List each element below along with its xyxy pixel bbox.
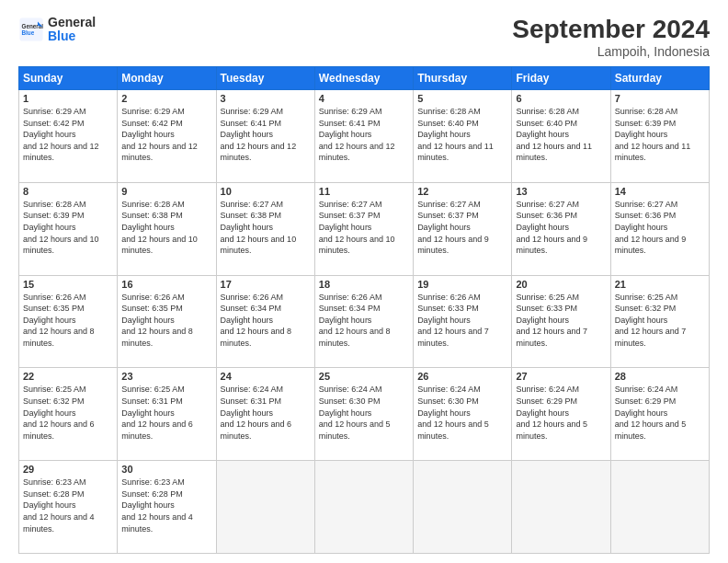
table-row: 1Sunrise: 6:29 AMSunset: 6:42 PMDaylight…: [19, 90, 118, 183]
table-row: 9Sunrise: 6:28 AMSunset: 6:38 PMDaylight…: [118, 182, 216, 275]
day-number: 26: [417, 371, 507, 382]
table-row: 26Sunrise: 6:24 AMSunset: 6:30 PMDayligh…: [414, 368, 512, 461]
logo: General Blue General Blue: [18, 15, 96, 44]
calendar-row: 22Sunrise: 6:25 AMSunset: 6:32 PMDayligh…: [19, 368, 710, 461]
day-info: Sunrise: 6:29 AMSunset: 6:41 PMDaylight …: [319, 106, 409, 164]
day-info: Sunrise: 6:29 AMSunset: 6:42 PMDaylight …: [121, 106, 211, 164]
day-number: 17: [221, 279, 311, 290]
table-row: 18Sunrise: 6:26 AMSunset: 6:34 PMDayligh…: [314, 275, 413, 368]
day-info: Sunrise: 6:29 AMSunset: 6:41 PMDaylight …: [221, 106, 311, 164]
day-number: 16: [121, 279, 211, 290]
day-number: 8: [23, 186, 113, 197]
col-saturday: Saturday: [610, 67, 709, 90]
table-row: 6Sunrise: 6:28 AMSunset: 6:40 PMDaylight…: [512, 90, 610, 183]
table-row: 22Sunrise: 6:25 AMSunset: 6:32 PMDayligh…: [19, 368, 118, 461]
day-number: 22: [23, 371, 113, 382]
day-number: 28: [615, 371, 705, 382]
day-info: Sunrise: 6:28 AMSunset: 6:39 PMDaylight …: [615, 106, 705, 164]
day-info: Sunrise: 6:26 AMSunset: 6:35 PMDaylight …: [121, 292, 211, 350]
day-number: 12: [417, 186, 507, 197]
col-monday: Monday: [118, 67, 216, 90]
logo-blue: Blue: [48, 29, 96, 44]
table-row: [314, 461, 413, 554]
table-row: 5Sunrise: 6:28 AMSunset: 6:40 PMDaylight…: [414, 90, 512, 183]
logo-icon: General Blue: [18, 17, 44, 42]
day-info: Sunrise: 6:27 AMSunset: 6:36 PMDaylight …: [615, 199, 705, 257]
col-friday: Friday: [512, 67, 610, 90]
table-row: 29Sunrise: 6:23 AMSunset: 6:28 PMDayligh…: [19, 461, 118, 554]
header: General Blue General Blue September 2024…: [18, 15, 710, 59]
day-info: Sunrise: 6:24 AMSunset: 6:30 PMDaylight …: [319, 384, 409, 442]
day-number: 21: [615, 279, 705, 290]
table-row: 10Sunrise: 6:27 AMSunset: 6:38 PMDayligh…: [216, 182, 314, 275]
day-info: Sunrise: 6:26 AMSunset: 6:34 PMDaylight …: [221, 292, 311, 350]
table-row: 13Sunrise: 6:27 AMSunset: 6:36 PMDayligh…: [512, 182, 610, 275]
day-number: 18: [319, 279, 409, 290]
col-thursday: Thursday: [414, 67, 512, 90]
day-info: Sunrise: 6:27 AMSunset: 6:38 PMDaylight …: [221, 199, 311, 257]
day-number: 6: [516, 93, 606, 104]
day-number: 19: [417, 279, 507, 290]
day-number: 27: [516, 371, 606, 382]
day-info: Sunrise: 6:28 AMSunset: 6:40 PMDaylight …: [417, 106, 507, 164]
calendar-row: 8Sunrise: 6:28 AMSunset: 6:39 PMDaylight…: [19, 182, 710, 275]
col-tuesday: Tuesday: [216, 67, 314, 90]
table-row: 3Sunrise: 6:29 AMSunset: 6:41 PMDaylight…: [216, 90, 314, 183]
table-row: 30Sunrise: 6:23 AMSunset: 6:28 PMDayligh…: [118, 461, 216, 554]
table-row: 2Sunrise: 6:29 AMSunset: 6:42 PMDaylight…: [118, 90, 216, 183]
day-info: Sunrise: 6:24 AMSunset: 6:29 PMDaylight …: [516, 384, 606, 442]
day-info: Sunrise: 6:24 AMSunset: 6:31 PMDaylight …: [221, 384, 311, 442]
day-info: Sunrise: 6:25 AMSunset: 6:31 PMDaylight …: [121, 384, 211, 442]
day-number: 25: [319, 371, 409, 382]
calendar-header: Sunday Monday Tuesday Wednesday Thursday…: [19, 67, 710, 90]
day-number: 9: [121, 186, 211, 197]
day-info: Sunrise: 6:25 AMSunset: 6:32 PMDaylight …: [23, 384, 113, 442]
table-row: [414, 461, 512, 554]
day-info: Sunrise: 6:26 AMSunset: 6:35 PMDaylight …: [23, 292, 113, 350]
calendar-row: 29Sunrise: 6:23 AMSunset: 6:28 PMDayligh…: [19, 461, 710, 554]
day-info: Sunrise: 6:23 AMSunset: 6:28 PMDaylight …: [121, 477, 211, 534]
table-row: 24Sunrise: 6:24 AMSunset: 6:31 PMDayligh…: [216, 368, 314, 461]
day-number: 5: [417, 93, 507, 104]
day-number: 2: [121, 93, 211, 104]
day-number: 15: [23, 279, 113, 290]
day-info: Sunrise: 6:27 AMSunset: 6:36 PMDaylight …: [516, 199, 606, 257]
calendar-row: 15Sunrise: 6:26 AMSunset: 6:35 PMDayligh…: [19, 275, 710, 368]
col-wednesday: Wednesday: [314, 67, 413, 90]
table-row: 11Sunrise: 6:27 AMSunset: 6:37 PMDayligh…: [314, 182, 413, 275]
title-area: September 2024 Lampoih, Indonesia: [512, 15, 710, 59]
table-row: [216, 461, 314, 554]
table-row: 14Sunrise: 6:27 AMSunset: 6:36 PMDayligh…: [610, 182, 709, 275]
day-number: 14: [615, 186, 705, 197]
day-info: Sunrise: 6:26 AMSunset: 6:34 PMDaylight …: [319, 292, 409, 350]
day-info: Sunrise: 6:25 AMSunset: 6:32 PMDaylight …: [615, 292, 705, 350]
table-row: 19Sunrise: 6:26 AMSunset: 6:33 PMDayligh…: [414, 275, 512, 368]
day-number: 30: [121, 464, 211, 475]
table-row: 23Sunrise: 6:25 AMSunset: 6:31 PMDayligh…: [118, 368, 216, 461]
day-info: Sunrise: 6:27 AMSunset: 6:37 PMDaylight …: [319, 199, 409, 257]
table-row: 28Sunrise: 6:24 AMSunset: 6:29 PMDayligh…: [610, 368, 709, 461]
logo-wordmark: General Blue: [48, 15, 96, 44]
col-sunday: Sunday: [19, 67, 118, 90]
day-number: 4: [319, 93, 409, 104]
day-info: Sunrise: 6:28 AMSunset: 6:38 PMDaylight …: [121, 199, 211, 257]
svg-text:Blue: Blue: [22, 29, 35, 36]
calendar-table: Sunday Monday Tuesday Wednesday Thursday…: [18, 66, 710, 554]
day-info: Sunrise: 6:28 AMSunset: 6:40 PMDaylight …: [516, 106, 606, 164]
table-row: [512, 461, 610, 554]
day-info: Sunrise: 6:29 AMSunset: 6:42 PMDaylight …: [23, 106, 113, 164]
day-info: Sunrise: 6:27 AMSunset: 6:37 PMDaylight …: [417, 199, 507, 257]
table-row: 20Sunrise: 6:25 AMSunset: 6:33 PMDayligh…: [512, 275, 610, 368]
table-row: 4Sunrise: 6:29 AMSunset: 6:41 PMDaylight…: [314, 90, 413, 183]
day-number: 13: [516, 186, 606, 197]
table-row: 12Sunrise: 6:27 AMSunset: 6:37 PMDayligh…: [414, 182, 512, 275]
page: General Blue General Blue September 2024…: [0, 0, 728, 563]
calendar-row: 1Sunrise: 6:29 AMSunset: 6:42 PMDaylight…: [19, 90, 710, 183]
day-number: 11: [319, 186, 409, 197]
table-row: 25Sunrise: 6:24 AMSunset: 6:30 PMDayligh…: [314, 368, 413, 461]
day-number: 20: [516, 279, 606, 290]
day-number: 3: [221, 93, 311, 104]
day-info: Sunrise: 6:25 AMSunset: 6:33 PMDaylight …: [516, 292, 606, 350]
table-row: 7Sunrise: 6:28 AMSunset: 6:39 PMDaylight…: [610, 90, 709, 183]
day-info: Sunrise: 6:23 AMSunset: 6:28 PMDaylight …: [23, 477, 113, 534]
